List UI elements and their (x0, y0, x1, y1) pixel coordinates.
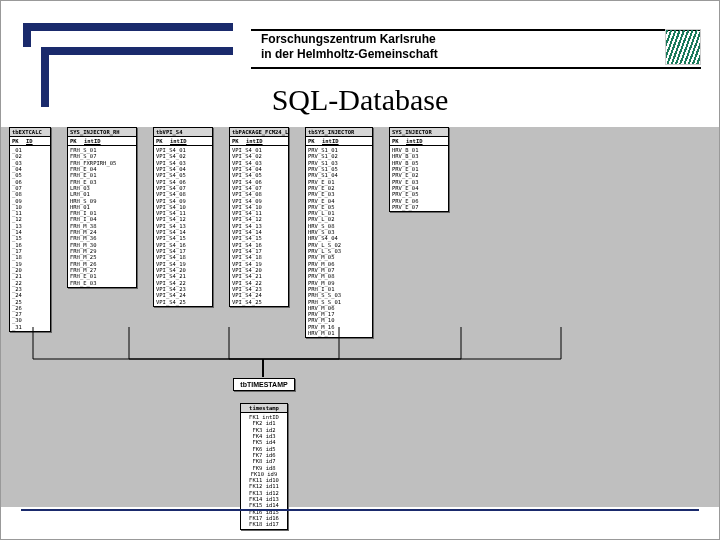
timestamp-label: tbTIMESTAMP (233, 378, 294, 391)
column-list: FK1 intIDFK2 id1FK3 id2FK4 id3FK5 id4FK6… (241, 413, 287, 529)
er-diagram: tbEXTCALCPKID_01_02_03_04_05_06_07_08_09… (1, 127, 719, 507)
entity-table: SYS_INJECTOR_RHPKintIDFRH_S_01FRH_S_07FR… (67, 127, 137, 288)
header-line1: Forschungszentrum Karlsruhe (261, 32, 438, 47)
header-rule-bottom (251, 67, 701, 69)
column-list: VPI_S4_01VPI_S4_02VPI_S4_03VPI_S4_04VPI_… (230, 146, 288, 306)
column-name: PRV_E_07 (392, 204, 446, 210)
column-list: HRV_B_01HRV_B_03HRV_B_05PRV_E_01PRV_E_02… (390, 146, 448, 211)
institution-logo (665, 29, 701, 65)
pk-row: PKintID (306, 137, 372, 146)
table-header: SYS_INJECTOR_RH (68, 128, 136, 137)
header-text: Forschungszentrum Karlsruhe in der Helmh… (261, 32, 438, 62)
column-name: VPI_S4_25 (156, 299, 210, 305)
table-header: timestamp (241, 404, 287, 413)
entity-tables-row: tbEXTCALCPKID_01_02_03_04_05_06_07_08_09… (1, 127, 719, 347)
column-list: FRH_S_01FRH_S_07FRH_FXRPIRH_05FRH_E_04FR… (68, 146, 136, 287)
slide-title: SQL-Database (1, 83, 719, 117)
bottom-rule (21, 509, 699, 511)
timestamp-area: tbTIMESTAMP timestampFK1 intIDFK2 id1FK3… (219, 373, 309, 530)
pk-row: PKID (10, 137, 50, 146)
entity-table: SYS_INJECTORPKintIDHRV_B_01HRV_B_03HRV_B… (389, 127, 449, 212)
fk-row: FK12 id11 (243, 483, 285, 489)
entity-table: tbSYS_INJECTORPKintIDPRV_S1_01PRV_S1_02P… (305, 127, 373, 338)
pk-row: PKintID (230, 137, 288, 146)
table-header: tbSYS_INJECTOR (306, 128, 372, 137)
pk-row: PKintID (390, 137, 448, 146)
pk-row: PKintID (154, 137, 212, 146)
fk-row: FK15 id14 (243, 502, 285, 508)
column-list: PRV_S1_01PRV_S1_02PRV_S1_03PRV_S1_05PRV_… (306, 146, 372, 337)
entity-table: tbEXTCALCPKID_01_02_03_04_05_06_07_08_09… (9, 127, 51, 332)
entity-table: tbPACKAGE_FCM24_L1_PRESSUREPKintIDVPI_S4… (229, 127, 289, 307)
header: Forschungszentrum Karlsruhe in der Helmh… (1, 29, 719, 69)
table-header: tbEXTCALC (10, 128, 50, 137)
entity-table: tbVPI_S4PKintIDVPI_S4_01VPI_S4_02VPI_S4_… (153, 127, 213, 307)
header-rule-top (251, 29, 701, 31)
column-name: _31 (12, 324, 48, 330)
column-name: HRV_M_01 (308, 330, 370, 336)
fk-row: FK18 id17 (243, 521, 285, 527)
table-header: tbVPI_S4 (154, 128, 212, 137)
pk-row: PKintID (68, 137, 136, 146)
table-header: SYS_INJECTOR (390, 128, 448, 137)
table-header: tbPACKAGE_FCM24_L1_PRESSURE (230, 128, 288, 137)
column-name: VPI_S4_25 (232, 299, 286, 305)
header-line2: in der Helmholtz-Gemeinschaft (261, 47, 438, 62)
column-name: FRH_E_03 (70, 280, 134, 286)
column-list: _01_02_03_04_05_06_07_08_09_10_11_12_13_… (10, 146, 50, 331)
column-list: VPI_S4_01VPI_S4_02VPI_S4_03VPI_S4_04VPI_… (154, 146, 212, 306)
